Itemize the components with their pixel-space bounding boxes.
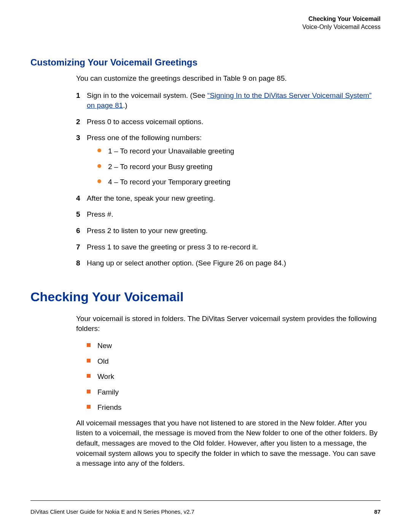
list-item: New	[87, 341, 381, 351]
section2-para2: All voicemail messages that you have not…	[76, 418, 381, 469]
list-item: 1 – To record your Unavailable greeting	[97, 146, 381, 157]
list-item: 4 – To record your Temporary greeting	[97, 177, 381, 187]
footer-page-number: 87	[374, 508, 381, 515]
footer-rule	[30, 500, 381, 501]
step-7: Press 1 to save the greeting or press 3 …	[76, 242, 381, 252]
step-4: After the tone, speak your new greeting.	[76, 193, 381, 204]
list-item: Friends	[87, 403, 381, 413]
header-subtitle: Voice-Only Voicemail Access	[303, 23, 381, 31]
step1-post: .)	[123, 101, 127, 109]
section2-body: Your voicemail is stored in folders. The…	[76, 314, 381, 469]
step3-text: Press one of the following numbers:	[87, 134, 202, 142]
running-header: Checking Your Voicemail Voice-Only Voice…	[303, 15, 381, 31]
list-item: Work	[87, 372, 381, 382]
page: Checking Your Voicemail Voice-Only Voice…	[0, 0, 411, 532]
step-3: Press one of the following numbers: 1 – …	[76, 133, 381, 187]
list-item: Old	[87, 356, 381, 367]
step-1: Sign in to the voicemail system. (See “S…	[76, 91, 381, 111]
step1-pre: Sign in to the voicemail system. (See	[87, 91, 207, 99]
footer-left: DiVitas Client User Guide for Nokia E an…	[30, 508, 194, 515]
content: Customizing Your Voicemail Greetings You…	[30, 15, 381, 469]
section-heading-checking: Checking Your Voicemail	[30, 289, 381, 304]
step-5: Press #.	[76, 209, 381, 220]
footer: DiVitas Client User Guide for Nokia E an…	[30, 500, 381, 515]
header-title: Checking Your Voicemail	[303, 15, 381, 23]
step3-sublist: 1 – To record your Unavailable greeting …	[97, 146, 381, 187]
section1-body: You can customize the greetings describe…	[76, 73, 381, 268]
numbered-steps: Sign in to the voicemail system. (See “S…	[76, 91, 381, 268]
step-2: Press 0 to access voicemail options.	[76, 117, 381, 127]
step-8: Hang up or select another option. (See F…	[76, 258, 381, 268]
intro-para: You can customize the greetings describe…	[76, 73, 381, 84]
step-6: Press 2 to listen to your new greeting.	[76, 226, 381, 236]
list-item: Family	[87, 387, 381, 398]
section-heading-customizing: Customizing Your Voicemail Greetings	[30, 57, 381, 68]
section2-para1: Your voicemail is stored in folders. The…	[76, 314, 381, 334]
list-item: 2 – To record your Busy greeting	[97, 162, 381, 172]
folders-list: New Old Work Family Friends	[87, 341, 381, 413]
